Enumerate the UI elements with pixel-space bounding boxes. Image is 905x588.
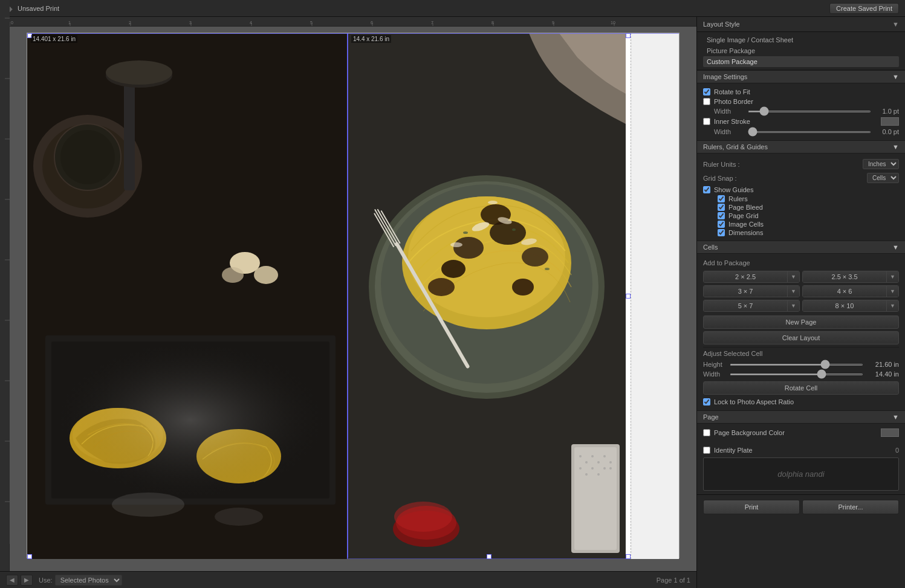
identity-plate-checkbox[interactable] [703,447,710,454]
inner-stroke-width-value: 0.0 pt [875,128,899,135]
svg-point-96 [609,467,612,470]
rulers-checkbox[interactable] [718,195,725,202]
photo-border-checkbox[interactable] [703,98,710,105]
svg-text:3: 3 [189,21,192,25]
cell-btn-2x25-arrow[interactable]: ▼ [787,271,799,282]
page-bg-color-checkbox[interactable] [703,429,710,436]
dimensions-checkbox[interactable] [718,229,725,236]
cell-btn-3x7-arrow[interactable]: ▼ [787,286,799,297]
handle-tl[interactable] [27,33,32,38]
use-select[interactable]: Selected Photos [55,575,122,586]
cell-btn-4x6-group: 4 × 6 ▼ [802,285,899,297]
identity-plate-section: Identity Plate 0 dolphia nandi [697,442,905,494]
print-button[interactable]: Print [703,500,800,514]
layout-options: Single Image / Contact Sheet Picture Pac… [697,32,905,70]
rulers-grid-arrow: ▼ [892,143,899,150]
clear-layout-button[interactable]: Clear Layout [703,331,899,344]
new-page-button[interactable]: New Page [703,315,899,329]
cell-btn-5x7[interactable]: 5 × 7 [704,300,787,311]
page-grid-checkbox[interactable] [718,212,725,219]
svg-text:0: 0 [11,21,13,25]
cell-btn-8x10-arrow[interactable]: ▼ [886,300,898,311]
grid-snap-row: Grid Snap : Cells [703,171,899,185]
page-section-header[interactable]: Page ▼ [697,410,905,424]
svg-rect-38 [124,69,135,190]
photo-border-width-label: Width [714,108,744,115]
svg-text:7: 7 [431,21,433,25]
page-bleed-checkbox[interactable] [718,204,725,211]
height-slider[interactable] [730,364,863,366]
cell-btn-5x7-arrow[interactable]: ▼ [787,300,799,311]
page-right-margin [631,33,679,559]
inner-stroke-width-slider[interactable] [748,131,871,133]
svg-point-86 [585,461,588,464]
inner-stroke-label: Inner Stroke [714,118,750,125]
layout-option-custom-package[interactable]: Custom Package [703,56,899,67]
cell-btn-25x35-arrow[interactable]: ▼ [886,271,898,282]
grid-snap-select[interactable]: Cells [867,173,899,183]
page-grid-label: Page Grid [728,212,759,219]
layout-style-header: Layout Style ▼ [697,17,905,32]
svg-point-63 [441,260,465,278]
cells-header[interactable]: Cells ▼ [697,241,905,254]
photo-left[interactable]: 14.401 x 21.6 in [27,33,348,559]
ruler-horizontal: 0 1 2 3 4 5 6 7 8 [0,17,696,27]
handle-bl[interactable] [27,554,32,559]
svg-point-89 [579,467,582,470]
inner-stroke-width-label: Width [714,128,744,135]
cell-btn-25x35[interactable]: 2.5 × 3.5 [803,271,886,282]
cell-btn-8x10[interactable]: 8 × 10 [803,300,886,311]
svg-point-69 [450,242,462,247]
handle-br[interactable] [626,554,631,559]
width-row: Width 14.40 in [703,369,899,379]
show-guides-checkbox[interactable] [703,186,710,193]
svg-point-74 [545,268,550,270]
svg-point-66 [428,278,455,296]
svg-rect-0 [0,17,696,27]
svg-point-87 [591,455,594,457]
show-guides-label: Show Guides [714,186,753,193]
lock-aspect-label: Lock to Photo Aspect Ratio [714,398,794,405]
svg-text:2: 2 [129,21,131,25]
prev-page-button[interactable]: ◀ [6,575,18,586]
ruler-vertical [0,27,10,571]
svg-text:1: 1 [68,21,71,25]
cell-btn-4x6[interactable]: 4 × 6 [803,286,886,297]
image-cells-subcheck: Image Cells [703,220,899,228]
handle-mb[interactable] [487,554,491,559]
image-settings-arrow: ▼ [892,73,899,80]
image-settings-header[interactable]: Image Settings ▼ [697,70,905,83]
image-cells-checkbox[interactable] [718,221,725,228]
window-title: Unsaved Print [18,5,59,12]
cell-buttons-grid: 2 × 2.5 ▼ 2.5 × 3.5 ▼ 3 × 7 ▼ 4 × 6 ▼ [703,271,899,312]
photo-right[interactable]: 14.4 x 21.6 in [348,33,631,559]
use-label: Use: [39,577,53,584]
cells-arrow: ▼ [892,244,899,251]
page-section-label: Page [703,413,719,421]
ruler-units-select[interactable]: Inches [863,159,899,169]
photo-border-width-slider[interactable] [748,111,871,112]
width-slider[interactable] [730,373,863,375]
rotate-cell-button[interactable]: Rotate Cell [703,381,899,395]
photo-border-label: Photo Border [714,98,753,105]
canvas-area: 0 1 2 3 4 5 6 7 8 [0,17,696,588]
create-saved-print-button[interactable]: Create Saved Print [829,3,899,14]
layout-option-picture-package[interactable]: Picture Package [703,45,899,56]
rulers-grid-header[interactable]: Rulers, Grid & Guides ▼ [697,140,905,153]
rotate-to-fit-checkbox[interactable] [703,88,710,95]
layout-option-single-image[interactable]: Single Image / Contact Sheet [703,34,899,45]
photo-border-width-value: 1.0 pt [875,108,899,115]
guide-page-top [27,33,679,34]
printer-button[interactable]: Printer... [802,500,899,514]
handle-tr[interactable] [626,33,631,38]
page-bg-color-swatch[interactable] [881,428,899,437]
page-grid-subcheck: Page Grid [703,212,899,220]
next-page-button[interactable]: ▶ [21,575,33,586]
cell-btn-4x6-arrow[interactable]: ▼ [886,286,898,297]
cell-btn-2x25[interactable]: 2 × 2.5 [704,271,787,282]
identity-plate-text: dolphia nandi [777,470,824,479]
cell-btn-3x7[interactable]: 3 × 7 [704,286,787,297]
inner-stroke-checkbox[interactable] [703,118,710,125]
lock-aspect-checkbox[interactable] [703,398,710,405]
handle-mr[interactable] [626,294,631,299]
